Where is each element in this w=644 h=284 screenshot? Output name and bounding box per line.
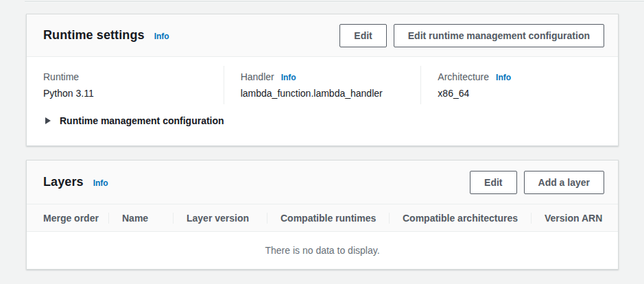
expand-caret-icon: [45, 117, 51, 125]
runtime-settings-title: Runtime settings: [43, 28, 145, 43]
handler-info-link[interactable]: Info: [281, 73, 296, 82]
runtime-settings-header: Runtime settings Info Edit Edit runtime …: [27, 14, 618, 57]
column-header-name[interactable]: Name: [108, 213, 173, 224]
add-a-layer-button[interactable]: Add a layer: [524, 171, 604, 194]
layers-title-group: Layers Info: [43, 175, 108, 189]
architecture-value: x86_64: [438, 88, 604, 99]
top-divider: [25, 0, 644, 1]
column-header-version-arn[interactable]: Version ARN: [531, 213, 618, 224]
runtime-label-row: Runtime: [43, 71, 210, 82]
layers-panel: Layers Info Edit Add a layer Merge order…: [26, 160, 619, 270]
architecture-label: Architecture: [438, 71, 489, 82]
empty-state-message: There is no data to display.: [265, 245, 379, 256]
runtime-label: Runtime: [43, 71, 79, 82]
layers-table-header: Merge order Name Layer version Compatibl…: [27, 204, 618, 232]
expander-label: Runtime management configuration: [60, 115, 224, 126]
layers-actions: Edit Add a layer: [470, 171, 604, 194]
runtime-management-configuration-expander[interactable]: Runtime management configuration: [27, 110, 618, 126]
runtime-settings-panel: Runtime settings Info Edit Edit runtime …: [26, 14, 619, 146]
column-header-compatible-runtimes[interactable]: Compatible runtimes: [267, 213, 389, 224]
handler-field: Handler Info lambda_function.lambda_hand…: [224, 66, 421, 104]
edit-runtime-settings-button[interactable]: Edit: [339, 24, 386, 47]
column-header-merge-order[interactable]: Merge order: [27, 213, 108, 224]
runtime-field: Runtime Python 3.11: [27, 66, 224, 104]
column-header-layer-version[interactable]: Layer version: [173, 213, 267, 224]
runtime-value: Python 3.11: [43, 88, 210, 99]
layers-title: Layers: [43, 175, 84, 189]
edit-layers-button[interactable]: Edit: [470, 171, 516, 194]
architecture-info-link[interactable]: Info: [496, 73, 511, 82]
handler-label: Handler: [241, 71, 274, 82]
runtime-settings-fields: Runtime Python 3.11 Handler Info lambda_…: [27, 57, 618, 110]
layers-header: Layers Info Edit Add a layer: [27, 161, 618, 204]
layers-table-empty-state: There is no data to display.: [27, 232, 618, 269]
runtime-settings-actions: Edit Edit runtime management configurati…: [339, 24, 604, 47]
runtime-settings-info-link[interactable]: Info: [154, 32, 169, 41]
edit-runtime-management-configuration-button[interactable]: Edit runtime management configuration: [394, 24, 604, 47]
architecture-field: Architecture Info x86_64: [420, 66, 618, 104]
runtime-settings-title-group: Runtime settings Info: [43, 28, 169, 43]
handler-value: lambda_function.lambda_handler: [241, 88, 407, 99]
layers-info-link[interactable]: Info: [93, 178, 108, 188]
handler-label-row: Handler Info: [241, 71, 407, 82]
architecture-label-row: Architecture Info: [438, 71, 604, 82]
column-header-compatible-architectures[interactable]: Compatible architectures: [389, 213, 531, 224]
